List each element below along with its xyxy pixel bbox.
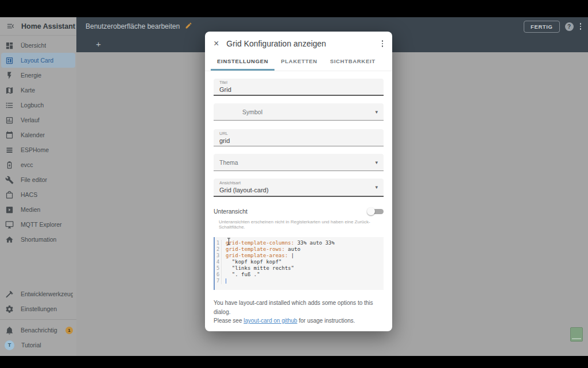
subview-row: Unteransicht <box>214 207 384 215</box>
sidebar-item--bersicht[interactable]: Übersicht <box>0 38 76 53</box>
sidebar-item-verlauf[interactable]: Verlauf <box>0 113 76 127</box>
url-field[interactable]: URL grid <box>214 129 384 146</box>
chart-box-icon <box>5 116 14 125</box>
symbol-select-label: Symbol <box>219 109 378 115</box>
sidebar-item-tutorial[interactable]: TTutorial <box>0 338 76 352</box>
tab-einstellungen[interactable]: EINSTELLUNGEN <box>211 52 274 71</box>
sidebar-item-label: Karte <box>21 87 35 94</box>
sidebar-item-label: Übersicht <box>21 42 46 49</box>
close-icon[interactable]: × <box>214 39 219 48</box>
sidebar-item-list: ÜbersichtLayout CardEnergieKarteLogbuchV… <box>0 36 76 247</box>
chevron-down-icon: ▾ <box>375 109 378 115</box>
view-dashboard-icon <box>5 41 14 50</box>
subview-toggle[interactable] <box>367 207 384 215</box>
code-text: ". fuß ." <box>226 272 260 278</box>
tab-sichtbarkeit[interactable]: SICHTBARKEIT <box>324 52 382 71</box>
sidebar-item-label: ESPHome <box>21 146 49 153</box>
line-number: 7 <box>215 278 222 284</box>
code-text: grid-template-rows: auto <box>226 246 300 253</box>
layers-icon <box>5 146 14 154</box>
calendar-icon <box>5 131 14 140</box>
recording-watermark <box>570 327 583 342</box>
chevron-down-icon: ▾ <box>375 160 378 165</box>
sidebar-item-karte[interactable]: Karte <box>0 83 76 98</box>
sidebar-divider <box>0 319 76 320</box>
sidebar-item-entwicklerwerkzeuge[interactable]: Entwicklerwerkzeuge <box>0 286 76 301</box>
notification-badge: 1 <box>65 327 73 334</box>
code-text: "kopf kopf kopf" <box>226 259 282 265</box>
sidebar-header: Home Assistant <box>0 17 76 36</box>
sidebar-item-label: Medien <box>21 206 40 213</box>
sidebar-footer: EntwicklerwerkzeugeEinstellungenBenachri… <box>0 286 76 356</box>
menu-open-icon[interactable] <box>6 22 15 30</box>
sidebar-item-medien[interactable]: Medien <box>0 202 76 217</box>
add-view-button[interactable]: + <box>96 39 101 49</box>
dialog-overflow-menu-icon[interactable] <box>381 39 385 48</box>
screen: Home Assistant ÜbersichtLayout CardEnerg… <box>0 0 588 368</box>
monitor-icon <box>5 220 14 229</box>
text-cursor-icon <box>226 238 231 245</box>
sidebar-item-label: Entwicklerwerkzeuge <box>21 290 73 297</box>
line-number: 1 <box>215 240 222 246</box>
tab-plaketten[interactable]: PLAKETTEN <box>274 52 323 71</box>
chevron-down-icon: ▾ <box>375 184 378 190</box>
url-field-value: grid <box>219 137 378 145</box>
url-field-label: URL <box>219 131 378 137</box>
sidebar-item-layout-card[interactable]: Layout Card <box>1 53 75 68</box>
sidebar-item-mqtt-explorer[interactable]: MQTT Explorer <box>0 217 76 232</box>
github-link[interactable]: layout-card on github <box>243 317 297 324</box>
layout-card-note: You have layout-card installed which add… <box>214 299 384 326</box>
done-button[interactable]: FERTIG <box>524 21 559 33</box>
dialog-title: Grid Konfiguration anzeigen <box>226 39 373 48</box>
note-line2-suffix: for usage instructions. <box>297 317 355 324</box>
editor-line: 3grid-template-areas: | <box>215 253 384 259</box>
sidebar-item-hacs[interactable]: HACS <box>0 187 76 202</box>
view-type-value: Grid (layout-card) <box>219 186 378 194</box>
sidebar-item-einstellungen[interactable]: Einstellungen <box>0 301 76 316</box>
line-number: 5 <box>215 265 222 272</box>
view-type-select[interactable]: Ansichtsart Grid (layout-card) ▾ <box>214 179 384 197</box>
sidebar-item-energie[interactable]: Energie <box>0 68 76 83</box>
sidebar-item-shortumation[interactable]: Shortumation <box>0 232 76 247</box>
line-number: 2 <box>215 246 222 253</box>
bell-icon <box>5 326 14 335</box>
view-type-label: Ansichtsart <box>219 180 378 186</box>
view-grid-icon <box>5 56 14 65</box>
sidebar-item-kalender[interactable]: Kalender <box>0 127 76 142</box>
help-icon[interactable]: ? <box>565 22 574 31</box>
sidebar-item-evcc[interactable]: evcc <box>0 157 76 172</box>
lightning-bolt-icon <box>5 71 14 80</box>
sidebar-item-label: Einstellungen <box>21 305 57 312</box>
note-line1: You have layout-card installed which add… <box>214 300 373 315</box>
list-icon <box>5 101 14 110</box>
code-text <box>226 278 226 284</box>
grid-config-dialog: × Grid Konfiguration anzeigen EINSTELLUN… <box>205 32 392 331</box>
editor-line: 6 ". fuß ." <box>215 272 384 278</box>
title-field-label: Titel <box>219 80 378 86</box>
title-field[interactable]: Titel Grid <box>214 79 384 96</box>
code-text: "links mitte rechts" <box>226 265 294 272</box>
home-icon <box>5 235 14 244</box>
sidebar-item-label: Logbuch <box>21 102 44 109</box>
sidebar-item-esphome[interactable]: ESPHome <box>0 142 76 157</box>
sidebar-item-label: Shortumation <box>21 236 56 243</box>
hammer-icon <box>5 290 14 299</box>
editor-caret <box>226 278 226 284</box>
sidebar-item-logbuch[interactable]: Logbuch <box>0 98 76 113</box>
sidebar-item-benachrichtigungen[interactable]: Benachrichtigungen1 <box>0 323 76 338</box>
map-icon <box>5 86 14 95</box>
dialog-body: Titel Grid Symbol ▾ URL grid Thema ▾ Ans… <box>205 71 392 331</box>
overflow-menu-icon[interactable] <box>579 22 583 31</box>
yaml-code-editor[interactable]: 1grid-template-columns: 33% auto 33%2gri… <box>214 237 384 290</box>
editor-line: 4 "kopf kopf kopf" <box>215 259 384 265</box>
sidebar-item-label: Layout Card <box>21 57 53 64</box>
sidebar-item-label: Tutorial <box>21 342 41 348</box>
theme-select[interactable]: Thema ▾ <box>214 154 384 171</box>
sidebar-item-file-editor[interactable]: File editor <box>0 172 76 187</box>
edit-pencil-icon[interactable] <box>185 21 192 32</box>
symbol-select[interactable]: Symbol ▾ <box>214 103 384 121</box>
subview-label: Unteransicht <box>214 208 247 215</box>
sidebar-item-label: Verlauf <box>21 117 40 123</box>
dialog-header: × Grid Konfiguration anzeigen <box>205 32 392 52</box>
subview-helper-text: Unteransichten erscheinen nicht in Regis… <box>214 219 384 230</box>
